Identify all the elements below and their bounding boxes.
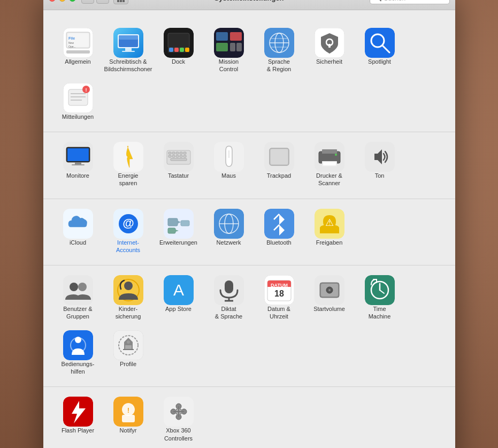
search-box[interactable]: 🔍 Suchen xyxy=(370,0,450,4)
item-icloud[interactable]: iCloud xyxy=(54,204,102,257)
sicherheit-label: Sicherheit xyxy=(316,58,342,65)
svg-text:18: 18 xyxy=(274,289,284,298)
sprache-icon xyxy=(264,28,294,58)
item-netzwerk[interactable]: Netzwerk xyxy=(205,204,253,257)
svg-rect-100 xyxy=(225,280,233,293)
internet-label: Internet-Accounts xyxy=(116,239,140,254)
back-button[interactable]: ‹ xyxy=(81,0,94,4)
icloud-label: iCloud xyxy=(70,239,86,246)
svg-text:Ope...: Ope... xyxy=(68,45,76,48)
svg-point-96 xyxy=(124,282,133,290)
freigaben-icon: ⚠ xyxy=(315,209,344,239)
close-button[interactable] xyxy=(49,0,56,2)
schreibtisch-icon xyxy=(113,28,143,58)
svg-rect-61 xyxy=(180,155,182,157)
item-profile[interactable]: Profile xyxy=(104,326,152,379)
item-ton[interactable]: Ton xyxy=(356,138,404,191)
maximize-button[interactable] xyxy=(69,0,76,2)
traffic-lights xyxy=(49,0,76,2)
section-system-grid: Benutzer &Gruppen Kinder-sicherung xyxy=(54,271,445,378)
item-diktat[interactable]: Diktat& Sprache xyxy=(205,271,253,324)
item-bluetooth[interactable]: Bluetooth xyxy=(255,204,303,257)
svg-rect-49 xyxy=(72,164,85,165)
svg-rect-14 xyxy=(168,33,189,48)
svg-rect-59 xyxy=(172,155,175,157)
grid-view-button[interactable] xyxy=(113,0,128,4)
startvolume-icon xyxy=(315,275,344,305)
svg-rect-21 xyxy=(216,32,228,41)
item-schreibtisch[interactable]: Schreibtisch &Bildschirmschoner xyxy=(104,24,152,77)
svg-text:@: @ xyxy=(122,216,134,230)
item-appstore[interactable]: A App Store xyxy=(155,271,203,324)
bedienung-icon xyxy=(63,330,93,360)
item-mission[interactable]: MissionControl xyxy=(205,24,253,77)
item-benutzer[interactable]: Benutzer &Gruppen xyxy=(54,271,102,324)
search-placeholder: Suchen xyxy=(384,0,406,2)
section-hardware-grid: Monitore Energiesparen xyxy=(54,138,445,191)
svg-rect-54 xyxy=(172,152,175,154)
sprache-label: Sprache& Region xyxy=(267,58,291,73)
minimize-button[interactable] xyxy=(59,0,66,2)
grid-icon xyxy=(117,0,125,2)
item-allgemein[interactable]: File New Ope... Allgemein xyxy=(54,24,102,77)
notifyr-label: Notifyr xyxy=(120,427,137,434)
bluetooth-icon xyxy=(264,209,294,239)
diktat-label: Diktat& Sprache xyxy=(215,305,242,321)
svg-rect-47 xyxy=(67,148,89,161)
section-internet: iCloud @ Internet-Accounts xyxy=(43,199,455,266)
section-personal-grid: File New Ope... Allgemein xyxy=(54,24,445,124)
energie-label: Energiesparen xyxy=(118,172,139,187)
item-xbox[interactable]: Xbox 360Controllers xyxy=(155,392,203,445)
svg-rect-12 xyxy=(122,51,135,52)
flashplayer-label: Flash Player xyxy=(62,427,94,434)
item-energie[interactable]: Energiesparen xyxy=(104,138,152,191)
item-trackpad[interactable]: Trackpad xyxy=(255,138,303,191)
mitteilungen-label: Mitteilungen xyxy=(62,113,94,120)
item-mitteilungen[interactable]: ! Mitteilungen xyxy=(54,79,102,124)
svg-point-123 xyxy=(127,340,130,344)
item-erweiterungen[interactable]: Erweiterungen xyxy=(155,204,203,257)
trackpad-label: Trackpad xyxy=(267,172,291,179)
item-timemachine[interactable]: TimeMachine xyxy=(356,271,404,324)
item-kinder[interactable]: Kinder-sicherung xyxy=(104,271,152,324)
section-personal: File New Ope... Allgemein xyxy=(43,18,455,132)
profile-label: Profile xyxy=(120,360,136,368)
item-internet[interactable]: @ Internet-Accounts xyxy=(104,204,152,257)
item-sprache[interactable]: Sprache& Region xyxy=(255,24,303,77)
item-tastatur[interactable]: Tastatur xyxy=(155,138,203,191)
item-monitore[interactable]: Monitore xyxy=(54,138,102,191)
kinder-label: Kinder-sicherung xyxy=(116,305,141,321)
item-drucker[interactable]: Drucker &Scanner xyxy=(305,138,354,191)
bluetooth-label: Bluetooth xyxy=(266,239,291,246)
svg-rect-60 xyxy=(176,155,179,157)
item-freigaben[interactable]: ⚠ Freigaben xyxy=(305,204,354,257)
appstore-label: App Store xyxy=(165,305,191,313)
item-startvolume[interactable]: Startvolume xyxy=(305,271,354,324)
item-maus[interactable]: Maus xyxy=(205,138,253,191)
timemachine-icon xyxy=(365,275,395,305)
svg-point-74 xyxy=(335,154,337,156)
svg-rect-6 xyxy=(66,50,90,54)
section-hardware: Monitore Energiesparen xyxy=(43,132,455,199)
flashplayer-icon xyxy=(63,397,93,427)
svg-rect-82 xyxy=(181,221,189,226)
item-flashplayer[interactable]: Flash Player xyxy=(54,392,102,445)
item-datum[interactable]: DATUM 18 Datum &Uhrzeit xyxy=(255,271,303,324)
svg-rect-17 xyxy=(174,48,179,52)
item-dock[interactable]: Dock xyxy=(155,24,203,77)
item-bedienung[interactable]: Bedienungs-hilfen xyxy=(54,326,102,379)
bedienung-label: Bedienungs-hilfen xyxy=(62,360,95,376)
forward-button[interactable]: › xyxy=(96,0,109,4)
svg-rect-83 xyxy=(168,228,175,233)
svg-rect-10 xyxy=(119,35,138,40)
item-notifyr[interactable]: ! Notifyr xyxy=(104,392,152,445)
svg-rect-127 xyxy=(122,415,135,422)
erweiterungen-label: Erweiterungen xyxy=(159,239,197,246)
search-icon: 🔍 xyxy=(374,0,382,2)
monitore-icon xyxy=(63,142,93,172)
svg-text:New: New xyxy=(68,41,74,44)
svg-text:!: ! xyxy=(127,406,129,414)
svg-rect-48 xyxy=(75,162,81,164)
item-spotlight[interactable]: Spotlight xyxy=(356,24,404,77)
item-sicherheit[interactable]: Sicherheit xyxy=(305,24,354,77)
